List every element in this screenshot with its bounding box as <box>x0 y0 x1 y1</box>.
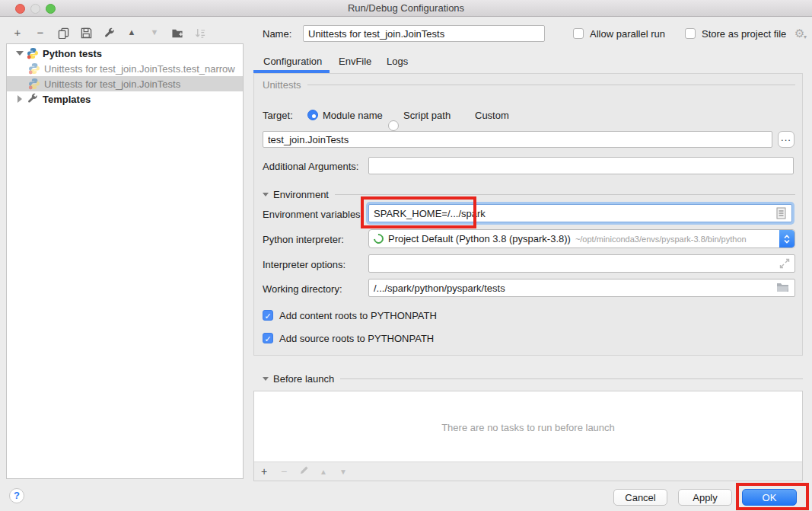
folder-browse-icon[interactable] <box>776 282 789 295</box>
configurations-tree: Python tests Unittests for test_join.Joi… <box>6 43 244 479</box>
additional-arguments-input[interactable] <box>368 157 794 174</box>
allow-parallel-run-label: Allow parallel run <box>590 28 665 40</box>
browse-button[interactable]: ... <box>778 131 794 148</box>
sort-configurations-icon[interactable] <box>189 25 212 39</box>
zoom-window-icon[interactable] <box>46 4 56 14</box>
collapse-triangle-icon[interactable] <box>263 377 269 381</box>
edit-templates-icon[interactable] <box>97 25 120 39</box>
tab-logs[interactable]: Logs <box>387 56 408 67</box>
target-module-name-label: Module name <box>323 110 383 121</box>
help-button[interactable]: ? <box>9 488 24 503</box>
unittests-group-title: Unittests <box>263 79 301 91</box>
add-source-roots-checkbox[interactable]: ✓ <box>263 333 273 343</box>
interpreter-options-label: Interpreter options: <box>263 259 345 270</box>
tree-item-label: Python tests <box>43 48 102 59</box>
tree-item-unittests-narrow[interactable]: Unittests for test_join.JoinTests.test_n… <box>7 61 243 76</box>
expand-field-icon[interactable] <box>779 258 790 271</box>
python-interpreter-label: Python interpreter: <box>263 234 344 245</box>
target-module-input[interactable] <box>263 131 772 148</box>
add-task-button[interactable]: + <box>254 465 274 477</box>
move-task-up-button[interactable]: ▲ <box>314 468 333 476</box>
chevron-down-icon[interactable] <box>16 50 24 57</box>
python-interpreter-path: ~/opt/miniconda3/envs/pyspark-3.8/bin/py… <box>575 235 747 244</box>
add-content-roots-label: Add content roots to PYTHONPATH <box>279 310 437 321</box>
target-custom-label: Custom <box>475 110 509 121</box>
name-label: Name: <box>263 28 291 40</box>
gear-caret-down-icon: ▾ <box>804 34 807 40</box>
tree-item-label: Unittests for test_join.JoinTests.test_n… <box>44 63 235 75</box>
before-launch-task-list: There are no tasks to run before launch … <box>253 391 803 481</box>
window-title: Run/Debug Configurations <box>0 0 812 17</box>
store-as-project-file-label: Store as project file <box>702 28 786 40</box>
additional-arguments-label: Additional Arguments: <box>263 161 358 172</box>
group-divider <box>307 85 795 85</box>
target-module-name-radio[interactable] <box>307 110 318 120</box>
templates-wrench-icon <box>27 93 39 105</box>
before-launch-toolbar: + − ▲ ▼ <box>254 461 802 481</box>
target-label: Target: <box>263 110 293 121</box>
add-source-roots-label: Add source roots to PYTHONPATH <box>279 333 434 344</box>
minimize-window-icon[interactable] <box>30 4 40 14</box>
environment-section-header[interactable]: Environment <box>263 189 795 200</box>
tree-item-unittests-jointests-selected[interactable]: Unittests for test_join.JoinTests <box>7 76 243 91</box>
environment-variables-input[interactable] <box>368 204 792 222</box>
tree-item-label: Unittests for test_join.JoinTests <box>44 78 180 90</box>
ok-button[interactable]: OK <box>742 489 797 506</box>
working-directory-label: Working directory: <box>263 283 342 295</box>
interpreter-options-input[interactable] <box>368 254 795 273</box>
tree-item-templates[interactable]: Templates <box>7 91 243 107</box>
close-window-icon[interactable] <box>15 4 25 14</box>
environment-section-title: Environment <box>273 189 329 200</box>
remove-task-button[interactable]: − <box>274 465 294 477</box>
unittests-group-header: Unittests <box>263 79 795 91</box>
move-up-button[interactable]: ▲ <box>120 27 143 37</box>
add-content-roots-checkbox[interactable]: ✓ <box>263 310 273 321</box>
target-script-path-radio[interactable] <box>388 120 399 131</box>
tab-envfile[interactable]: EnvFile <box>339 56 371 67</box>
apply-button[interactable]: Apply <box>678 489 732 506</box>
add-configuration-button[interactable]: + <box>6 26 29 39</box>
move-task-down-button[interactable]: ▼ <box>333 468 353 476</box>
edit-task-icon[interactable] <box>294 465 314 477</box>
window-titlebar: Run/Debug Configurations <box>0 0 812 17</box>
conda-env-icon <box>371 232 385 245</box>
python-test-icon <box>28 78 40 90</box>
collapse-triangle-icon[interactable] <box>263 193 269 196</box>
tree-item-label: Templates <box>43 94 91 105</box>
allow-parallel-run-checkbox[interactable] <box>573 28 584 39</box>
move-down-button[interactable]: ▼ <box>143 27 166 37</box>
copy-configuration-icon[interactable] <box>52 25 75 39</box>
chevron-right-icon[interactable] <box>16 95 24 103</box>
python-interpreter-select[interactable]: Project Default (Python 3.8 (pyspark-3.8… <box>368 229 795 248</box>
before-launch-empty-text: There are no tasks to run before launch <box>441 422 615 433</box>
group-divider <box>335 194 795 195</box>
edit-environment-variables-icon[interactable] <box>776 207 786 222</box>
tab-configuration[interactable]: Configuration <box>263 56 322 67</box>
cancel-button[interactable]: Cancel <box>613 489 667 506</box>
new-folder-icon[interactable] <box>166 25 189 39</box>
tree-item-python-tests[interactable]: Python tests <box>7 46 243 61</box>
remove-configuration-button[interactable]: − <box>29 26 52 39</box>
python-test-icon <box>28 62 40 75</box>
name-input[interactable] <box>303 25 545 42</box>
python-tests-icon <box>27 47 39 59</box>
before-launch-section-header[interactable]: Before launch <box>263 373 803 385</box>
select-stepper-icon[interactable] <box>779 230 794 248</box>
environment-variables-label: Environment variables: <box>263 209 363 220</box>
group-divider <box>340 378 803 379</box>
working-directory-input[interactable] <box>368 279 795 297</box>
configurations-toolbar: + − ▲ ▼ <box>6 24 244 40</box>
save-configuration-icon[interactable] <box>75 25 97 39</box>
before-launch-title: Before launch <box>273 373 334 385</box>
python-interpreter-value: Project Default (Python 3.8 (pyspark-3.8… <box>388 233 571 244</box>
store-as-project-file-checkbox[interactable] <box>685 28 696 39</box>
target-script-path-label: Script path <box>403 110 451 121</box>
